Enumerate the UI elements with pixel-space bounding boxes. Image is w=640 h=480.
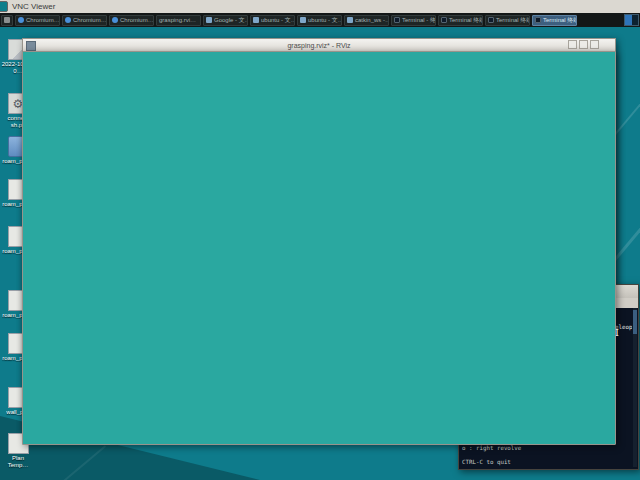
taskbar-item-label: Terminal 终端…	[449, 16, 483, 25]
taskbar-item[interactable]: Chromium…	[109, 15, 154, 26]
host-titlebar: VNC Viewer	[0, 0, 640, 13]
folder-icon	[300, 17, 306, 23]
minimize-icon[interactable]	[568, 40, 577, 49]
taskbar: mChromium…Chromium…Chromium…grasping.rvi…	[0, 13, 640, 27]
taskbar-item-label: grasping.rvi…	[159, 17, 196, 23]
taskbar-item[interactable]: Terminal - 终…	[391, 15, 436, 26]
terminal-icon	[488, 17, 494, 23]
taskbar-item[interactable]: Terminal 终端…	[485, 15, 530, 26]
taskbar-item[interactable]: Chromium…	[62, 15, 107, 26]
app-icon	[4, 17, 10, 23]
terminal-icon	[441, 17, 447, 23]
taskbar-item-label: Chromium…	[26, 17, 60, 23]
workspace-pager[interactable]	[624, 14, 639, 26]
taskbar-item-label: ubuntu - 文…	[308, 16, 342, 25]
taskbar-item[interactable]: Terminal 终端…	[532, 15, 577, 26]
folder-icon	[253, 17, 259, 23]
rviz-title: grasping.rviz* - RViz	[287, 42, 350, 49]
taskbar-item-label: Terminal - 终…	[402, 16, 436, 25]
ibeam-cursor: I	[615, 328, 619, 338]
taskbar-item[interactable]: catkin_ws -…	[344, 15, 389, 26]
maximize-icon[interactable]	[579, 40, 588, 49]
desktop-icon-label: Plan Temp…	[1, 455, 35, 469]
taskbar-item-label: Terminal 终端…	[496, 16, 530, 25]
host-title: VNC Viewer	[12, 2, 55, 11]
taskbar-item[interactable]: Google - 文…	[203, 15, 248, 26]
terminal-line: o : right revolve	[462, 445, 632, 452]
taskbar-item-label: Google - 文…	[214, 16, 248, 25]
terminal-icon	[394, 17, 400, 23]
taskbar-item[interactable]: ubuntu - 文…	[250, 15, 295, 26]
vnc-app-icon	[0, 1, 8, 12]
scrollbar-thumb[interactable]	[633, 310, 637, 334]
folder-icon	[347, 17, 353, 23]
taskbar-item-label: Chromium…	[73, 17, 107, 23]
chrome-icon	[18, 17, 24, 23]
taskbar-item[interactable]: Terminal 终端…	[438, 15, 483, 26]
taskbar-item-label: catkin_ws -…	[355, 17, 389, 23]
taskbar-item-label: m	[12, 17, 13, 23]
close-icon[interactable]	[590, 40, 599, 49]
taskbar-item-label: ubuntu - 文…	[261, 16, 295, 25]
screen: 2022-10-25-0…⚙connect sh.pyroam_pos 0roa…	[0, 0, 640, 480]
rviz-app-icon	[26, 41, 36, 51]
terminal-icon	[535, 17, 541, 23]
taskbar-item-label: Chromium…	[120, 17, 154, 23]
terminal-line: CTRL-C to quit	[462, 459, 632, 466]
taskbar-item[interactable]: grasping.rvi…	[156, 15, 201, 26]
terminal-line	[462, 452, 632, 459]
taskbar-item-label: Terminal 终端…	[543, 16, 577, 25]
taskbar-item[interactable]: m	[1, 15, 13, 26]
taskbar-item[interactable]: ubuntu - 文…	[297, 15, 342, 26]
taskbar-item[interactable]: Chromium…	[15, 15, 60, 26]
chrome-icon	[112, 17, 118, 23]
terminal-scrollbar[interactable]	[633, 308, 637, 467]
folder-icon	[206, 17, 212, 23]
chrome-icon	[65, 17, 71, 23]
